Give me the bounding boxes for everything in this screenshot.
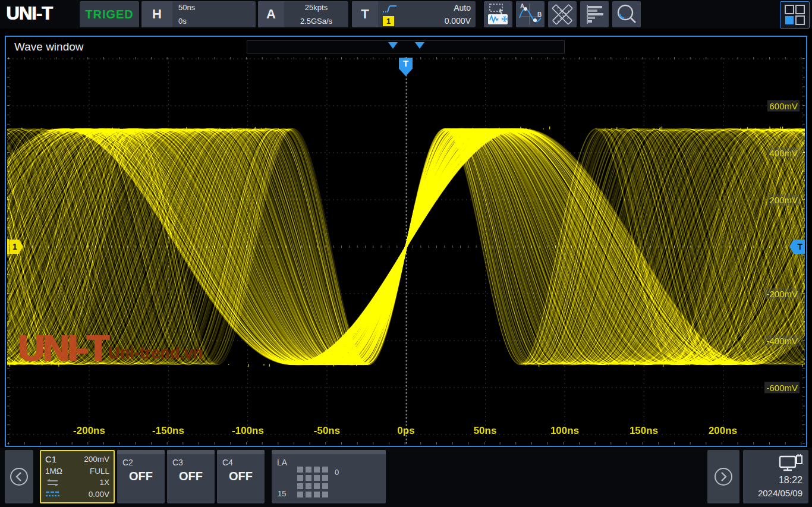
search-button[interactable]	[612, 1, 641, 27]
clock-time: 18:22	[779, 475, 802, 486]
acquire-label: A	[258, 1, 284, 27]
histogram-bars-icon	[582, 2, 607, 26]
channel-1-panel[interactable]: C1 200mV 1MΩ FULL 1X 0.00V	[40, 450, 115, 503]
window-grid-icon	[783, 4, 806, 26]
horizontal-position: 0s	[178, 17, 252, 26]
dc-coupling-icon	[45, 479, 59, 486]
system-status-panel[interactable]: 18:22 2024/05/09	[743, 450, 808, 503]
x-axis-label: -50ns	[314, 425, 340, 437]
channel-4-panel[interactable]: C4 OFF	[217, 450, 265, 503]
acquire-panel[interactable]: A 25kpts 2.5GSa/s	[258, 1, 348, 27]
brand-logo: UNI-T	[6, 3, 52, 24]
trigger-source-badge: 1	[383, 16, 394, 26]
trigger-label: T	[352, 1, 378, 27]
svg-text:B: B	[537, 11, 542, 18]
logic-analyzer-panel[interactable]: LA 0 15	[272, 450, 386, 503]
memory-depth: 25kpts	[289, 3, 344, 12]
cursor-ab-icon: A B	[518, 2, 543, 26]
wave-window: Wave window UNI-T Uni-trend.vn 600mV 400…	[5, 36, 807, 447]
graticule-area[interactable]: UNI-T Uni-trend.vn 600mV 400mV 200mV -20…	[7, 57, 805, 445]
channel1-ground-bar	[7, 239, 9, 254]
statistics-button[interactable]	[580, 1, 609, 27]
trigger-position-indicator-icon[interactable]	[388, 42, 398, 49]
watermark-site-text: Uni-trend.vn	[108, 344, 203, 363]
clock-date: 2024/05/09	[758, 488, 802, 498]
y-axis-label: 600mV	[767, 100, 800, 112]
channel-3-id: C3	[172, 458, 183, 467]
x-axis-label: 0ps	[397, 425, 414, 437]
sample-rate: 2.5GSa/s	[289, 17, 344, 26]
y-axis-label: 400mV	[767, 147, 800, 159]
x-axis-label: 100ns	[550, 425, 579, 437]
channel-1-id: C1	[45, 454, 56, 464]
uni-t-watermark: UNI-T Uni-trend.vn	[18, 329, 203, 366]
x-axis-label: 150ns	[630, 425, 658, 437]
window-layout-button[interactable]	[780, 1, 810, 29]
chevron-left-icon	[8, 466, 30, 487]
channel-4-id: C4	[222, 458, 233, 467]
chevron-right-icon	[713, 466, 734, 487]
channel-2-panel[interactable]: C2 OFF	[117, 450, 165, 503]
select-pan-tool-button[interactable]	[484, 1, 512, 27]
trigger-status-text: TRIGED	[80, 1, 139, 27]
channel-1-probe: 1X	[99, 478, 109, 487]
record-position-bar[interactable]	[247, 40, 565, 53]
scroll-right-button[interactable]	[707, 450, 739, 503]
select-pan-icon	[486, 2, 511, 26]
top-status-bar: UNI-T TRIGED H 50ns 0s A 25kpts 2.5GSa/s…	[0, 0, 812, 29]
panel-strip	[272, 450, 386, 454]
x-axis-label: -200ns	[73, 425, 105, 437]
channel-1-offset: 0.00V	[89, 490, 109, 499]
panel-strip	[117, 450, 165, 454]
channel-2-state: OFF	[117, 470, 165, 483]
offset-lines-icon	[45, 491, 61, 497]
watermark-logo-text: UNI-T	[18, 329, 107, 366]
trigger-panel[interactable]: T 1 Auto 0.000V	[352, 1, 476, 27]
x-axis-label: -150ns	[152, 425, 184, 437]
la-id: LA	[277, 458, 287, 467]
search-magnifier-icon	[614, 2, 639, 26]
trigger-sweep-mode: Auto	[417, 3, 471, 12]
horizontal-scale: 50ns	[178, 3, 252, 12]
horizontal-label: H	[141, 1, 172, 27]
la-bit-grid-icon	[297, 467, 328, 497]
channel-3-panel[interactable]: C3 OFF	[167, 450, 215, 503]
trigger-status-panel: TRIGED	[80, 1, 139, 27]
oscilloscope-screen: UNI-T TRIGED H 50ns 0s A 25kpts 2.5GSa/s…	[0, 0, 812, 507]
y-axis-label: -400mV	[764, 335, 800, 347]
waveform-canvas[interactable]	[7, 57, 805, 445]
channel-3-state: OFF	[167, 470, 215, 483]
crossed-rulers-icon	[550, 2, 575, 26]
bottom-channel-bar: C1 200mV 1MΩ FULL 1X 0.00V	[0, 448, 812, 507]
rising-edge-icon	[382, 4, 398, 14]
channel-1-impedance: 1MΩ	[45, 467, 62, 475]
channel-2-id: C2	[122, 458, 133, 467]
channel-1-scale: 200mV	[84, 455, 109, 464]
y-axis-label: -600mV	[764, 382, 800, 393]
measure-tool-button[interactable]	[548, 1, 577, 27]
wave-window-title: Wave window	[14, 40, 84, 53]
y-axis-label: -200mV	[764, 288, 800, 300]
x-axis-label: 50ns	[474, 425, 497, 437]
y-axis-label: 200mV	[767, 194, 800, 206]
x-axis-label: 200ns	[709, 425, 737, 437]
horizontal-panel[interactable]: H 50ns 0s	[141, 1, 256, 27]
scroll-left-button[interactable]	[5, 450, 33, 503]
channel-1-bandwidth: FULL	[90, 467, 109, 475]
svg-text:A: A	[520, 3, 524, 10]
trigger-level-value: 0.000V	[417, 16, 471, 26]
panel-strip	[217, 450, 265, 454]
la-bit-high: 0	[335, 468, 339, 477]
window-position-indicator-icon[interactable]	[415, 42, 424, 49]
remote-device-icon	[779, 454, 804, 473]
panel-strip	[167, 450, 215, 454]
la-bit-low: 15	[278, 489, 286, 498]
channel-4-state: OFF	[217, 470, 265, 483]
cursor-measure-button[interactable]: A B	[516, 1, 545, 27]
x-axis-label: -100ns	[232, 425, 264, 437]
